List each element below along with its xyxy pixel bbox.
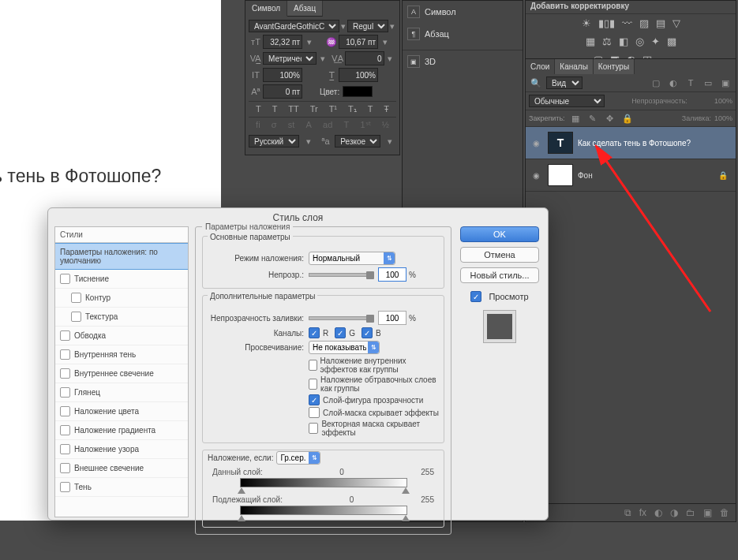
effect-checkbox[interactable] bbox=[60, 368, 70, 379]
baseline-shift-input[interactable] bbox=[263, 84, 302, 99]
superscript-icon[interactable]: T¹ bbox=[329, 104, 337, 114]
option-checkbox[interactable] bbox=[309, 423, 318, 434]
type-layer-filter-icon[interactable]: T bbox=[685, 77, 696, 88]
horizontal-scale-input[interactable] bbox=[339, 68, 378, 82]
layer-name[interactable]: Как сделать тень в Фотошопе? bbox=[578, 139, 691, 147]
new-layer-icon[interactable]: ▣ bbox=[703, 507, 712, 518]
strikethrough-icon[interactable]: Ŧ bbox=[384, 104, 389, 114]
swash-icon[interactable]: A bbox=[306, 120, 312, 130]
visibility-eye-icon[interactable]: ◉ bbox=[529, 171, 543, 180]
brightness-icon[interactable]: ☀ bbox=[582, 17, 591, 29]
this-layer-gradient[interactable] bbox=[240, 478, 407, 487]
chevron-updown-icon[interactable]: ⇅ bbox=[309, 452, 320, 464]
effect-row[interactable]: Обводка bbox=[55, 327, 188, 345]
layer-item-text[interactable]: ◉ T Как сделать тень в Фотошопе? bbox=[526, 127, 736, 159]
channel-b-checkbox[interactable]: ✓ bbox=[362, 327, 373, 338]
subscript-icon[interactable]: T₁ bbox=[348, 104, 357, 114]
layer-opacity-value[interactable]: 100% bbox=[714, 97, 732, 105]
layer-item-background[interactable]: ◉ Фон 🔒 bbox=[526, 159, 736, 192]
layer-blend-mode-select[interactable]: Обычные bbox=[529, 95, 605, 107]
tab-channels[interactable]: Каналы bbox=[555, 59, 594, 74]
effect-checkbox[interactable] bbox=[60, 425, 70, 435]
kerning-select[interactable]: Метрический bbox=[263, 52, 317, 65]
option-checkbox[interactable] bbox=[309, 379, 317, 390]
new-style-button[interactable]: Новый стиль... bbox=[460, 267, 539, 283]
black-white-icon[interactable]: ◧ bbox=[619, 35, 628, 47]
effect-checkbox[interactable] bbox=[60, 463, 70, 473]
tab-character[interactable]: Символ bbox=[245, 1, 287, 17]
chevron-down-icon[interactable]: ▾ bbox=[304, 36, 315, 47]
ligature-icon[interactable]: fi bbox=[256, 120, 260, 130]
titling-alt-icon[interactable]: T bbox=[343, 120, 349, 130]
tracking-input[interactable] bbox=[345, 51, 384, 65]
tab-paths[interactable]: Контуры bbox=[594, 59, 635, 74]
fraction-icon[interactable]: ½ bbox=[382, 120, 389, 130]
effect-row[interactable]: Контур bbox=[55, 289, 188, 308]
discretionary-ligature-icon[interactable]: st bbox=[288, 120, 295, 130]
vertical-scale-input[interactable] bbox=[263, 68, 302, 82]
layer-mask-icon[interactable]: ◐ bbox=[654, 507, 662, 518]
film-icon[interactable]: ▤ bbox=[656, 17, 665, 29]
effect-checkbox[interactable] bbox=[60, 349, 70, 360]
underline-icon[interactable]: T bbox=[368, 104, 373, 114]
chevron-down-icon[interactable]: ▾ bbox=[390, 21, 395, 32]
chevron-down-icon[interactable]: ▾ bbox=[318, 53, 328, 64]
effect-checkbox[interactable] bbox=[71, 312, 81, 322]
chevron-updown-icon[interactable]: ⇅ bbox=[368, 342, 379, 353]
shape-layer-filter-icon[interactable]: ▭ bbox=[702, 77, 714, 88]
effect-row[interactable]: Текстура bbox=[55, 308, 188, 327]
photo-filter-icon[interactable]: ◎ bbox=[635, 35, 644, 47]
chevron-down-icon[interactable]: ▾ bbox=[385, 136, 395, 147]
style-list-header[interactable]: Стили bbox=[55, 227, 188, 243]
effect-row[interactable]: Наложение градиента bbox=[55, 421, 188, 440]
effect-checkbox[interactable] bbox=[60, 274, 70, 284]
lock-all-icon[interactable]: 🔒 bbox=[622, 113, 633, 124]
new-group-icon[interactable]: 🗀 bbox=[686, 507, 695, 518]
delete-layer-icon[interactable]: 🗑 bbox=[720, 507, 729, 518]
underlying-layer-gradient[interactable] bbox=[240, 506, 407, 515]
effect-checkbox[interactable] bbox=[60, 482, 70, 492]
font-size-input[interactable] bbox=[263, 35, 302, 49]
option-checkbox[interactable] bbox=[309, 407, 320, 418]
cancel-button[interactable]: Отмена bbox=[460, 247, 539, 263]
effect-row[interactable]: Наложение узора bbox=[55, 440, 188, 459]
visibility-eye-icon[interactable]: ◉ bbox=[529, 139, 543, 147]
alt-icon[interactable]: σ bbox=[272, 120, 277, 130]
effect-checkbox[interactable] bbox=[60, 330, 70, 341]
adjustment-layer-filter-icon[interactable]: ◐ bbox=[668, 77, 679, 88]
tab-paragraph[interactable]: Абзац bbox=[287, 1, 323, 17]
effect-checkbox[interactable] bbox=[71, 293, 81, 303]
text-color-swatch[interactable] bbox=[343, 86, 373, 97]
smart-object-filter-icon[interactable]: ▣ bbox=[720, 77, 731, 88]
color-balance-icon[interactable]: ⚖ bbox=[602, 35, 612, 47]
ordinal-icon[interactable]: 1ˢᵗ bbox=[360, 120, 370, 130]
grid-icon[interactable]: ▽ bbox=[672, 17, 680, 29]
effect-row[interactable]: Наложение цвета bbox=[55, 402, 188, 421]
effect-checkbox[interactable] bbox=[60, 406, 70, 416]
opacity-slider[interactable] bbox=[309, 273, 373, 277]
stylistic-alt-icon[interactable]: ad bbox=[323, 120, 332, 130]
link-layers-icon[interactable]: ⧉ bbox=[624, 507, 631, 518]
lock-pixels-icon[interactable]: ✎ bbox=[587, 113, 598, 124]
effect-row[interactable]: Внешнее свечение bbox=[55, 459, 188, 478]
fill-opacity-slider[interactable] bbox=[309, 316, 373, 320]
exposure-icon[interactable]: ▨ bbox=[639, 17, 649, 29]
option-checkbox[interactable]: ✓ bbox=[309, 394, 320, 405]
channel-g-checkbox[interactable]: ✓ bbox=[335, 327, 346, 338]
new-adjustment-layer-icon[interactable]: ◑ bbox=[670, 507, 678, 518]
italic-icon[interactable]: T bbox=[272, 104, 278, 114]
lock-transparency-icon[interactable]: ▦ bbox=[570, 113, 581, 124]
layer-style-icon[interactable]: fx bbox=[639, 507, 646, 518]
effect-row[interactable]: Внутреннее свечение bbox=[55, 364, 188, 383]
collapsed-item-character[interactable]: A Символ bbox=[403, 1, 523, 23]
effect-row[interactable]: Тень bbox=[55, 478, 188, 497]
collapsed-item-paragraph[interactable]: ¶ Абзац bbox=[403, 23, 523, 45]
chevron-down-icon[interactable]: ▾ bbox=[304, 136, 313, 147]
leading-input[interactable] bbox=[339, 35, 378, 49]
opacity-value-input[interactable] bbox=[378, 267, 406, 282]
effect-row[interactable]: Тиснение bbox=[55, 270, 188, 289]
pixel-layer-filter-icon[interactable]: ▢ bbox=[650, 77, 661, 88]
option-checkbox[interactable] bbox=[309, 360, 317, 371]
preview-checkbox[interactable]: ✓ bbox=[470, 291, 481, 302]
tab-layers[interactable]: Слои bbox=[526, 59, 555, 74]
